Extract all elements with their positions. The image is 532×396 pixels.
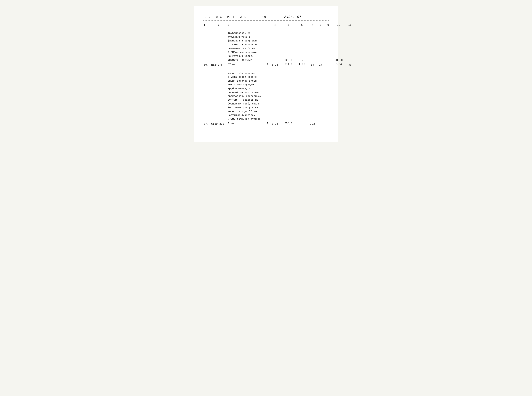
row-36-code: ЦI2-2-6 xyxy=(211,63,227,67)
row-37-num: 37. xyxy=(203,122,211,126)
row-37-desc: Узлы трубопроводов с установкой необхо- … xyxy=(227,71,269,126)
row-36-col11: 30 xyxy=(345,63,354,67)
row-37-code: СI59-33I7 xyxy=(211,122,227,126)
row-36-col4: 0,I5 xyxy=(269,63,281,67)
row-36-unit: Т xyxy=(267,62,268,66)
header-row: Т.П. 8I4-8-2.9I А-5 329 24941-07 xyxy=(203,15,329,19)
row-37-col7: IO3 xyxy=(308,122,317,126)
row-37-col9: – xyxy=(325,122,332,126)
col-header-2: 2 xyxy=(211,23,227,27)
row-36-num: 36. xyxy=(203,63,211,67)
col-header-11: II xyxy=(345,23,354,27)
row-37-col10: – xyxy=(332,122,345,126)
col-header-4: 4 xyxy=(269,23,281,27)
row-36-col10: 200,0 I,54 xyxy=(332,58,345,67)
row-36-col8: I7 xyxy=(317,63,325,67)
row-37-col8: – xyxy=(317,122,325,126)
column-headers: I 2 3 4 5 6 7 8 9 IO II xyxy=(203,22,329,28)
data-rows: 36. ЦI2-2-6 Трубопроводы из стальных тру… xyxy=(203,31,329,126)
header-a5: А-5 xyxy=(240,15,246,19)
page: Т.П. 8I4-8-2.9I А-5 329 24941-07 I 2 3 4… xyxy=(194,6,338,142)
col-header-8: 8 xyxy=(317,23,325,27)
row-37-col6: – xyxy=(296,122,308,126)
row-37-col5: 690,0 xyxy=(281,121,296,126)
top-divider xyxy=(203,21,329,21)
row-36-col7: I9 xyxy=(308,63,317,67)
table-row: 36. ЦI2-2-6 Трубопроводы из стальных тру… xyxy=(203,31,329,67)
col-header-6: 6 xyxy=(296,23,308,27)
col-header-1: I xyxy=(203,23,211,27)
header-tp-label: Т.П. xyxy=(203,15,210,19)
row-36-desc: Трубопроводы из стальных труб с фланцами… xyxy=(227,31,269,67)
col-header-5: 5 xyxy=(281,23,296,27)
header-doc-number: 24941-07 xyxy=(284,15,301,19)
header-329: 329 xyxy=(261,15,266,19)
row-37-size: 3 мм xyxy=(228,122,234,125)
row-36-col5: I25,0 II4,0 xyxy=(281,58,296,67)
col-header-7: 7 xyxy=(308,23,317,27)
header-code: 8I4-8-2.9I xyxy=(216,15,234,19)
table-row: 37. СI59-33I7 Узлы трубопроводов с устан… xyxy=(203,71,329,126)
row-36-col9: – xyxy=(325,63,332,67)
row-37-unit: Т xyxy=(267,122,268,125)
row-36-col6: 3,75 I,I9 xyxy=(296,58,308,67)
col-header-9: 9 xyxy=(325,23,332,27)
row-37-col4: 0,I5 xyxy=(269,122,281,126)
row-36-size: 57 мм xyxy=(228,62,235,66)
col-header-3: 3 xyxy=(227,23,269,27)
row-37-col11: – xyxy=(345,122,354,126)
col-header-10: IO xyxy=(332,23,345,27)
